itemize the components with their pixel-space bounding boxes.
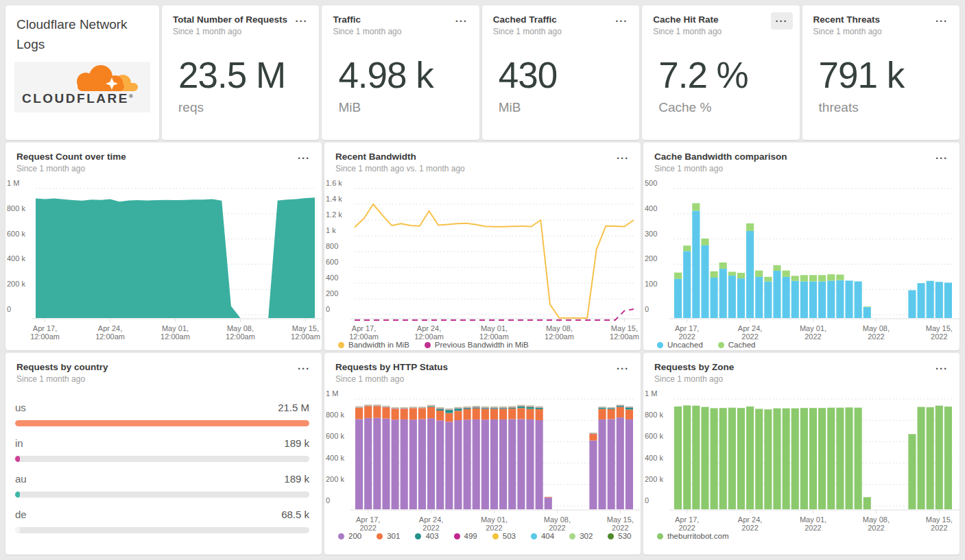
svg-text:600 k: 600 k xyxy=(326,432,344,440)
stat-title: Cache Hit Rate xyxy=(653,14,788,25)
country-bar-track xyxy=(15,527,309,533)
cloudflare-cloud-icon xyxy=(62,63,145,95)
legend-item-404[interactable]: 404 xyxy=(531,532,554,540)
legend-item-499[interactable]: 499 xyxy=(454,532,477,540)
legend-item-200[interactable]: 200 xyxy=(338,532,361,540)
legend-item-302[interactable]: 302 xyxy=(569,532,593,540)
svg-text:200: 200 xyxy=(645,254,657,263)
panel-subtitle: Since 1 month ago xyxy=(16,164,311,173)
country-list: us21.5 Min189 kau189 kde68.5 k xyxy=(5,384,322,533)
svg-text:800: 800 xyxy=(326,242,338,250)
stat-value: 4.98 k xyxy=(338,54,468,96)
svg-text:May 08,: May 08, xyxy=(546,324,573,332)
legend-dot-icon xyxy=(657,533,663,539)
svg-text:400: 400 xyxy=(326,273,338,282)
legend-item-Previous Bandwidth in MiB[interactable]: Previous Bandwidth in MiB xyxy=(425,341,529,349)
panel-menu-button[interactable]: ··· xyxy=(610,12,632,29)
cache-bandwidth-legend: UncachedCached xyxy=(643,339,960,349)
svg-text:May 15,: May 15, xyxy=(611,324,638,332)
legend-item-301[interactable]: 301 xyxy=(377,532,400,540)
panel-subtitle: Since 1 month ago xyxy=(654,164,949,173)
country-bar xyxy=(15,420,309,426)
svg-text:2022: 2022 xyxy=(931,332,947,339)
country-label: de xyxy=(15,509,27,520)
svg-text:2022: 2022 xyxy=(741,524,758,531)
panel-menu-button[interactable]: ··· xyxy=(931,12,953,29)
panel-menu-button[interactable]: ··· xyxy=(293,149,315,167)
svg-text:400: 400 xyxy=(645,204,657,212)
panel-requests-by-zone: Requests by Zone Since 1 month ago ··· 1… xyxy=(643,353,960,555)
legend-dot-icon xyxy=(425,342,431,348)
legend-dot-icon xyxy=(338,533,344,539)
stat-title: Recent Threats xyxy=(813,14,949,25)
legend-item-theburritobot.com[interactable]: theburritobot.com xyxy=(657,532,729,540)
legend-item-530[interactable]: 530 xyxy=(608,532,631,540)
svg-text:400 k: 400 k xyxy=(7,254,25,263)
legend-dot-icon xyxy=(657,342,663,348)
panel-menu-button[interactable]: ··· xyxy=(451,12,473,29)
country-bar-track xyxy=(15,491,309,498)
svg-text:Apr 17,: Apr 17, xyxy=(356,515,380,524)
country-label: au xyxy=(15,473,27,485)
chart-row-1: Request Count over time Since 1 month ag… xyxy=(5,143,960,350)
svg-text:200: 200 xyxy=(326,289,338,297)
http-status-legend: 200301403499503404302530526524 xyxy=(324,531,641,540)
stat-unit: MiB xyxy=(499,100,628,115)
svg-text:0: 0 xyxy=(7,305,11,313)
panel-menu-button[interactable]: ··· xyxy=(771,12,793,29)
stat-title: Traffic xyxy=(333,14,468,25)
panel-title: Recent Bandwidth xyxy=(335,151,630,162)
legend-item-Cached[interactable]: Cached xyxy=(718,341,756,349)
svg-text:1.2 k: 1.2 k xyxy=(326,210,342,219)
stat-value: 791 k xyxy=(819,54,949,96)
legend-item-503[interactable]: 503 xyxy=(492,532,516,540)
stat-card-total-requests: Total Number of Requests Since 1 month a… xyxy=(162,5,319,140)
svg-text:2022: 2022 xyxy=(422,524,439,531)
svg-text:600 k: 600 k xyxy=(645,432,663,440)
svg-text:0: 0 xyxy=(326,496,330,504)
legend-item-Uncached[interactable]: Uncached xyxy=(657,341,703,349)
stat-title: Cached Traffic xyxy=(493,14,628,25)
legend-dot-icon xyxy=(718,342,724,348)
stat-subtitle: Since 1 month ago xyxy=(173,27,308,36)
legend-item-403[interactable]: 403 xyxy=(415,532,438,540)
panel-subtitle: Since 1 month ago xyxy=(654,374,949,384)
svg-text:May 15,: May 15, xyxy=(926,324,953,332)
panel-menu-button[interactable]: ··· xyxy=(612,149,634,167)
dashboard-title: Cloudflare Network Logs xyxy=(5,5,159,54)
country-bar-track xyxy=(15,420,309,426)
stat-value: 430 xyxy=(499,54,628,96)
svg-text:1 k: 1 k xyxy=(326,226,336,234)
svg-text:1 M: 1 M xyxy=(326,389,338,398)
svg-text:2022: 2022 xyxy=(741,332,758,339)
cache-bandwidth-bar-chart: 5004003002001000Apr 17,2022Apr 24,2022Ma… xyxy=(643,178,960,339)
stat-unit: Cache % xyxy=(658,100,788,115)
legend-dot-icon xyxy=(531,533,537,539)
stat-subtitle: Since 1 month ago xyxy=(813,27,949,36)
country-bar xyxy=(15,491,20,498)
legend-dot-icon xyxy=(415,533,421,539)
svg-text:May 08,: May 08, xyxy=(544,515,571,524)
stat-card-cached-traffic: Cached Traffic Since 1 month ago ··· 430… xyxy=(482,5,639,140)
panel-menu-button[interactable]: ··· xyxy=(612,360,634,377)
panel-menu-button[interactable]: ··· xyxy=(290,12,312,29)
panel-menu-button[interactable]: ··· xyxy=(931,149,953,167)
panel-menu-button[interactable]: ··· xyxy=(931,360,953,377)
svg-text:May 01,: May 01, xyxy=(481,324,508,332)
svg-text:12:00am: 12:00am xyxy=(95,332,125,339)
country-row-in: in189 k xyxy=(15,437,309,462)
panel-menu-button[interactable]: ··· xyxy=(293,360,315,377)
panel-request-count: Request Count over time Since 1 month ag… xyxy=(5,143,322,350)
bandwidth-legend: Bandwidth in MiBPrevious Bandwidth in Mi… xyxy=(324,339,641,349)
stat-card-traffic: Traffic Since 1 month ago ··· 4.98 k MiB xyxy=(322,5,479,140)
svg-text:2022: 2022 xyxy=(678,524,695,531)
legend-item-Bandwidth in MiB[interactable]: Bandwidth in MiB xyxy=(338,341,409,349)
svg-text:800 k: 800 k xyxy=(326,411,344,419)
svg-text:2022: 2022 xyxy=(868,332,884,339)
bandwidth-line-chart: 1.6 k1.4 k1.2 k1 k8006004002000Apr 17,12… xyxy=(324,178,641,339)
legend-dot-icon xyxy=(569,533,575,539)
panel-cache-bandwidth: Cache Bandwidth comparison Since 1 month… xyxy=(643,143,960,350)
svg-text:Apr 17,: Apr 17, xyxy=(352,324,376,332)
svg-text:Apr 24,: Apr 24, xyxy=(738,515,762,524)
svg-text:1.4 k: 1.4 k xyxy=(326,195,342,203)
